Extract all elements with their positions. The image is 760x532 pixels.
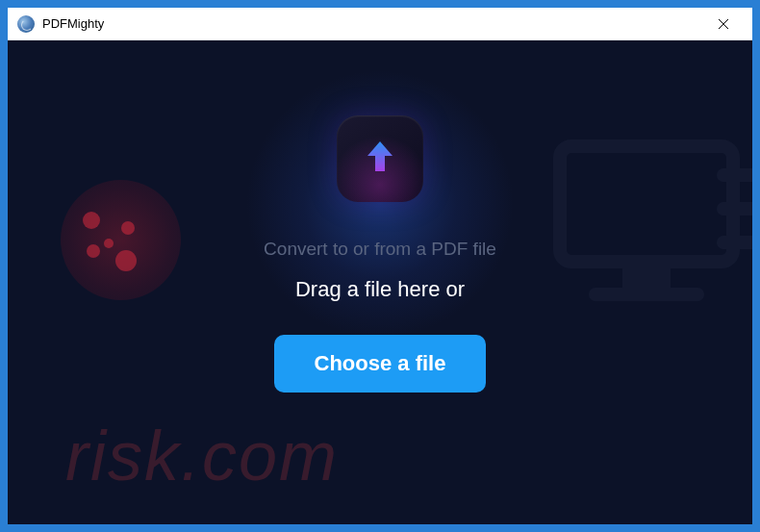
- decorative-dot: [87, 244, 100, 258]
- titlebar: PDFMighty: [8, 8, 752, 40]
- drag-instruction-text: Drag a file here or: [295, 277, 465, 302]
- watermark-pc-icon: [531, 127, 752, 323]
- choose-file-button[interactable]: Choose a file: [274, 335, 487, 393]
- decorative-dot: [121, 221, 135, 235]
- upload-icon-box: [337, 115, 423, 202]
- upload-arrow-icon: [360, 137, 400, 181]
- close-icon: [718, 18, 729, 30]
- subtitle-text: Convert to or from a PDF file: [264, 239, 496, 260]
- app-window: PDFMighty risk.com: [8, 8, 752, 524]
- decorative-circle: [61, 180, 181, 300]
- decorative-dot: [104, 239, 114, 248]
- decorative-dot: [115, 250, 137, 271]
- main-content[interactable]: risk.com Convert to or from a PDF file: [8, 40, 752, 524]
- app-logo-icon: [17, 15, 35, 33]
- close-button[interactable]: [704, 8, 743, 39]
- svg-rect-3: [622, 266, 671, 288]
- window-title: PDFMighty: [42, 16, 104, 31]
- svg-rect-4: [589, 288, 704, 301]
- svg-rect-2: [560, 146, 733, 262]
- watermark-text: risk.com: [65, 417, 339, 495]
- decorative-dot: [83, 212, 100, 229]
